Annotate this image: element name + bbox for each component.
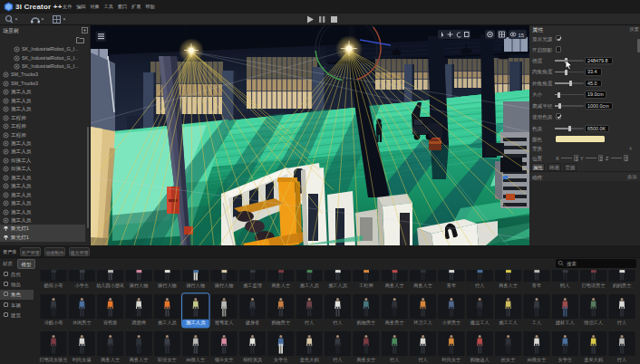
svg-text:骑行人物: 骑行人物 bbox=[186, 283, 205, 289]
svg-text:环卫工人: 环卫工人 bbox=[413, 320, 432, 325]
svg-text:金色大妈: 金色大妈 bbox=[300, 357, 319, 363]
svg-text:烟斗女士: 烟斗女士 bbox=[215, 357, 234, 362]
svg-text:购物男士: 购物男士 bbox=[357, 320, 376, 326]
svg-text:行人: 行人 bbox=[418, 357, 427, 362]
svg-text:骑行人物: 骑行人物 bbox=[130, 283, 149, 289]
svg-text:的女士: 的女士 bbox=[501, 357, 516, 363]
svg-text:打电话男士: 打电话男士 bbox=[581, 283, 606, 289]
svg-text:行人: 行人 bbox=[475, 283, 484, 288]
svg-text:商务人士: 商务人士 bbox=[130, 357, 149, 362]
svg-text:行人: 行人 bbox=[617, 357, 626, 362]
svg-text:骑行人物: 骑行人物 bbox=[158, 283, 177, 289]
svg-text:青年: 青年 bbox=[447, 283, 456, 288]
svg-text:工人: 工人 bbox=[532, 320, 541, 325]
svg-text:白领女士: 白领女士 bbox=[528, 357, 547, 363]
svg-text:施工人员: 施工人员 bbox=[186, 320, 206, 325]
svg-text:冷酷小哥: 冷酷小哥 bbox=[44, 320, 63, 326]
svg-text:情侣工人: 情侣工人 bbox=[583, 320, 603, 326]
svg-text:行人: 行人 bbox=[333, 320, 342, 325]
svg-text:遛弯老人: 遛弯老人 bbox=[215, 320, 234, 326]
svg-text:酷炫小哥: 酷炫小哥 bbox=[44, 283, 63, 289]
svg-text:鸥人: 鸥人 bbox=[560, 283, 569, 288]
svg-text:背包客: 背包客 bbox=[103, 320, 118, 326]
svg-text:行人: 行人 bbox=[617, 320, 626, 325]
svg-text:施工人员: 施工人员 bbox=[300, 283, 320, 288]
svg-text:施工人员: 施工人员 bbox=[158, 320, 178, 325]
svg-text:行人: 行人 bbox=[390, 357, 399, 362]
svg-text:金发大妈: 金发大妈 bbox=[584, 357, 603, 363]
svg-text:时尚女孩: 时尚女孩 bbox=[73, 357, 92, 363]
svg-text:调酒师: 调酒师 bbox=[131, 320, 146, 326]
svg-text:商务人士: 商务人士 bbox=[413, 283, 432, 288]
svg-text:施工人员: 施工人员 bbox=[328, 283, 348, 288]
svg-text:行人: 行人 bbox=[305, 320, 314, 325]
svg-text:白领人士: 白领人士 bbox=[186, 357, 205, 363]
svg-text:幼儿园小朋友: 幼儿园小朋友 bbox=[96, 283, 124, 289]
svg-text:商务人士: 商务人士 bbox=[499, 283, 518, 288]
svg-text:女学生: 女学生 bbox=[274, 357, 288, 362]
svg-text:青年: 青年 bbox=[532, 283, 541, 288]
svg-text:购物达人: 购物达人 bbox=[470, 357, 490, 363]
svg-text:施工监理: 施工监理 bbox=[243, 283, 262, 289]
svg-text:购物男士: 购物男士 bbox=[271, 320, 290, 326]
svg-text:小学生: 小学生 bbox=[75, 283, 90, 288]
svg-text:商务人士: 商务人士 bbox=[385, 283, 404, 288]
svg-text:15: 15 bbox=[519, 33, 525, 38]
svg-text:搬运工人: 搬运工人 bbox=[470, 320, 490, 326]
svg-text:施工工人: 施工工人 bbox=[499, 320, 518, 325]
svg-text:模特演员: 模特演员 bbox=[243, 357, 263, 363]
svg-text:商务男士: 商务男士 bbox=[385, 320, 404, 326]
svg-text:女学生: 女学生 bbox=[558, 357, 573, 362]
svg-text:时尚女士: 时尚女士 bbox=[442, 357, 461, 363]
svg-text:职业女士: 职业女士 bbox=[158, 357, 177, 362]
svg-text:小资男士: 小资男士 bbox=[442, 320, 461, 326]
svg-text:打电话女医生: 打电话女医生 bbox=[38, 357, 67, 363]
svg-text:健身者: 健身者 bbox=[246, 320, 260, 326]
svg-text:建材工人: 建材工人 bbox=[555, 320, 575, 326]
svg-text:商务女士: 商务女士 bbox=[357, 357, 376, 362]
svg-text:商务人士: 商务人士 bbox=[101, 357, 120, 362]
svg-text:行人: 行人 bbox=[333, 357, 342, 362]
svg-text:休闲男士: 休闲男士 bbox=[73, 320, 92, 326]
svg-text:商务人士: 商务人士 bbox=[271, 283, 290, 288]
svg-text:妈妈男士: 妈妈男士 bbox=[613, 283, 632, 289]
svg-text:工程师: 工程师 bbox=[359, 283, 373, 288]
svg-text:骑行人物: 骑行人物 bbox=[215, 283, 234, 289]
